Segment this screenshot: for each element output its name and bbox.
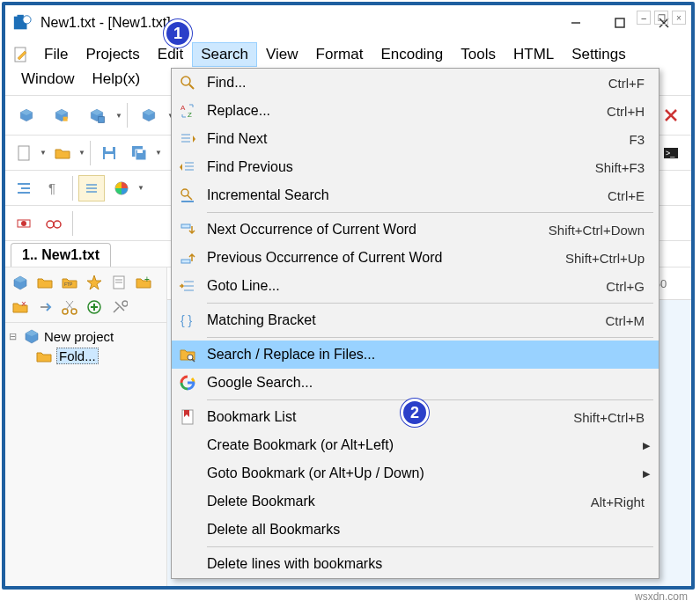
- menu-view[interactable]: View: [257, 42, 307, 67]
- project-sidebar: FTP + × ⊟ New project Fold...: [5, 267, 167, 586]
- watermark-url: wsxdn.com: [635, 590, 688, 603]
- menu-item-matching-bracket[interactable]: { }Matching BracketCtrl+M: [172, 306, 659, 334]
- replace-az-icon: AZ: [177, 100, 198, 121]
- dropdown-arrow-icon[interactable]: ▼: [39, 149, 48, 157]
- menu-item-find-previous[interactable]: Find PreviousShift+F3: [172, 153, 659, 181]
- open-file-icon[interactable]: [49, 140, 76, 166]
- menu-item-label: Incremental Search: [207, 187, 608, 203]
- pilcrow-icon[interactable]: ¶: [41, 175, 67, 201]
- sidebar-newfolder-icon[interactable]: +: [132, 271, 155, 294]
- menu-window[interactable]: Window: [12, 67, 83, 92]
- menu-item-shortcut: Shift+Ctrl+Down: [549, 223, 653, 238]
- menu-item-label: Find Previous: [207, 159, 595, 175]
- folder-icon: [35, 348, 53, 364]
- new-file-icon[interactable]: [11, 140, 37, 166]
- menu-item-delete-bookmark[interactable]: Delete BookmarkAlt+Right: [172, 487, 659, 516]
- mdi-restore-icon[interactable]: ❐: [654, 11, 668, 25]
- menu-item-search-replace-in-files[interactable]: Search / Replace in Files...: [172, 341, 659, 369]
- menu-item-label: Bookmark List: [207, 409, 573, 425]
- menu-settings[interactable]: Settings: [563, 42, 634, 67]
- sidebar-star-icon[interactable]: [83, 271, 106, 294]
- sidebar-ftp-icon[interactable]: FTP: [58, 271, 81, 294]
- menu-item-create-bookmark-or-alt-left[interactable]: Create Bookmark (or Alt+Left)▶: [172, 431, 659, 459]
- dropdown-arrow-icon[interactable]: ▼: [114, 112, 123, 120]
- menu-item-label: Create Bookmark (or Alt+Left): [207, 437, 643, 453]
- color-wheel-icon[interactable]: [108, 175, 135, 201]
- menu-html[interactable]: HTML: [505, 42, 563, 67]
- menu-item-previous-occurrence-of-current-word[interactable]: Previous Occurrence of Current WordShift…: [172, 244, 659, 272]
- tree-folder-label: Fold...: [56, 348, 99, 364]
- sidebar-tools-icon[interactable]: [107, 296, 130, 319]
- sidebar-properties-icon[interactable]: [107, 271, 130, 294]
- dropdown-arrow-icon[interactable]: ▼: [154, 149, 163, 157]
- delete-icon[interactable]: [658, 102, 684, 128]
- minimize-button[interactable]: [556, 10, 596, 36]
- menu-item-goto-line[interactable]: Goto Line...Ctrl+G: [172, 272, 659, 300]
- tree-toggle-icon[interactable]: ⊟: [9, 331, 23, 342]
- mdi-minimize-icon[interactable]: ‒: [637, 11, 651, 25]
- menu-help[interactable]: Help(x): [83, 67, 149, 92]
- highlight-lines-icon[interactable]: [78, 175, 105, 201]
- tree-root[interactable]: ⊟ New project: [9, 326, 163, 346]
- project-close-icon[interactable]: [133, 99, 165, 131]
- menu-item-goto-bookmark-or-alt-up-down[interactable]: Goto Bookmark (or Alt+Up / Down)▶: [172, 459, 659, 487]
- sidebar-folder-icon[interactable]: [33, 271, 56, 294]
- menu-item-next-occurrence-of-current-word[interactable]: Next Occurrence of Current WordShift+Ctr…: [172, 216, 659, 244]
- menu-item-google-search[interactable]: Google Search...: [172, 369, 659, 397]
- mdi-close-icon[interactable]: ×: [672, 11, 686, 25]
- edit-file-icon: [12, 46, 30, 63]
- project-open-icon[interactable]: [46, 99, 77, 131]
- window-title: New1.txt - [New1.txt]: [41, 15, 556, 31]
- sidebar-cube-icon[interactable]: [9, 271, 32, 294]
- dropdown-arrow-icon[interactable]: ▼: [136, 184, 145, 192]
- menu-item-label: Previous Occurrence of Current Word: [207, 250, 565, 266]
- document-tab[interactable]: 1.. New1.txt: [11, 243, 111, 267]
- menu-item-delete-all-bookmarks[interactable]: Delete all Bookmarks: [172, 516, 659, 544]
- svg-rect-22: [106, 147, 113, 151]
- terminal-icon[interactable]: >_: [658, 140, 684, 166]
- svg-point-2: [23, 16, 31, 24]
- record-icon[interactable]: [11, 210, 37, 237]
- menu-encoding[interactable]: Encoding: [372, 42, 452, 67]
- save-icon[interactable]: [96, 140, 122, 166]
- sidebar-link-icon[interactable]: [33, 296, 56, 319]
- sidebar-delfolder-icon[interactable]: ×: [9, 296, 32, 319]
- svg-line-71: [188, 195, 192, 200]
- glasses-icon[interactable]: [41, 210, 67, 237]
- annotation-callout-1: 1: [164, 19, 192, 48]
- tree-folder[interactable]: Fold...: [35, 346, 163, 366]
- bookmark-icon: [177, 407, 198, 428]
- menu-tools[interactable]: Tools: [452, 42, 505, 67]
- menu-item-label: Next Occurrence of Current Word: [207, 222, 549, 238]
- menu-separator: [207, 399, 653, 400]
- dropdown-arrow-icon[interactable]: ▼: [77, 149, 86, 157]
- sidebar-cut-icon[interactable]: [58, 296, 81, 319]
- menu-item-find-next[interactable]: Find NextF3: [172, 125, 659, 153]
- menu-item-replace[interactable]: AZReplace...Ctrl+H: [172, 97, 659, 125]
- indent-icon[interactable]: [11, 175, 37, 201]
- menu-item-shortcut: F3: [629, 132, 653, 147]
- menu-separator: [207, 337, 653, 338]
- svg-text:Z: Z: [188, 111, 192, 119]
- menu-item-delete-lines-with-bookmarks[interactable]: Delete lines with bookmarks: [172, 550, 659, 578]
- svg-point-70: [181, 189, 188, 196]
- menu-item-label: Delete Bookmark: [207, 494, 591, 509]
- menu-format[interactable]: Format: [307, 42, 372, 67]
- menu-separator: [207, 212, 653, 213]
- menu-search[interactable]: Search: [192, 42, 257, 67]
- menu-item-label: Find Next: [207, 131, 629, 147]
- sidebar-add-icon[interactable]: [83, 296, 106, 319]
- project-new-icon[interactable]: [11, 99, 42, 131]
- menu-edit[interactable]: Edit: [149, 42, 192, 67]
- menu-item-shortcut: Ctrl+F: [608, 76, 653, 91]
- menu-item-find[interactable]: Find...Ctrl+F: [172, 69, 659, 97]
- menu-separator: [207, 303, 653, 304]
- project-save-icon[interactable]: [81, 99, 113, 131]
- project-tree: ⊟ New project Fold...: [5, 323, 166, 370]
- maximize-button[interactable]: [600, 10, 640, 36]
- save-all-icon[interactable]: [126, 140, 152, 166]
- menu-projects[interactable]: Projects: [77, 42, 148, 67]
- svg-point-53: [71, 309, 77, 314]
- menu-item-incremental-search[interactable]: Incremental SearchCtrl+E: [172, 181, 659, 209]
- menu-file[interactable]: File: [35, 42, 77, 67]
